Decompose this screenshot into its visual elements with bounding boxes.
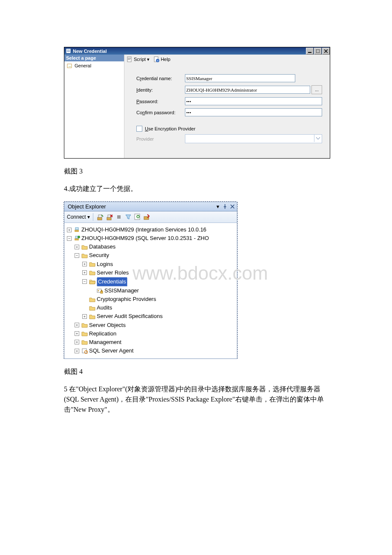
provider-label: Provider <box>136 136 185 142</box>
object-explorer-header[interactable]: Object Explorer ▾ <box>64 202 237 211</box>
tree-node[interactable]: Replication <box>89 330 116 338</box>
folder-icon <box>81 252 88 259</box>
object-explorer-toolbar: Connect ▾ <box>64 211 237 223</box>
script-icon <box>126 56 133 63</box>
connect-server-icon[interactable] <box>96 213 104 221</box>
folder-icon <box>81 339 88 345</box>
provider-select[interactable] <box>185 134 322 143</box>
object-explorer: Object Explorer ▾ Connect ▾ www.bdocx.co… <box>64 202 237 359</box>
close-button[interactable] <box>322 48 330 55</box>
close-panel-icon[interactable] <box>229 204 235 210</box>
expand-icon[interactable]: + <box>82 314 87 319</box>
folder-icon <box>81 330 88 337</box>
tree-node[interactable]: SQL Server Agent <box>89 347 133 355</box>
confirm-password-label: Confirm password: <box>136 110 185 115</box>
server-icon <box>73 227 80 233</box>
use-encryption-checkbox[interactable] <box>136 126 142 132</box>
help-label: Help <box>161 57 170 62</box>
svg-rect-4 <box>316 49 320 53</box>
page-icon <box>66 63 73 69</box>
chevron-down-icon <box>314 135 322 142</box>
help-button[interactable]: ? Help <box>153 56 170 63</box>
script-label: Script <box>134 57 146 62</box>
tree-node[interactable]: Server Roles <box>97 269 129 277</box>
pin-icon[interactable] <box>222 204 228 210</box>
svg-rect-22 <box>135 214 140 220</box>
help-icon: ? <box>153 56 160 63</box>
page-selector-header: Select a page <box>64 55 124 61</box>
disconnect-server-icon[interactable] <box>105 213 114 221</box>
tree-node[interactable]: Audits <box>97 304 112 312</box>
object-explorer-title: Object Explorer <box>68 203 106 210</box>
expand-icon[interactable]: + <box>75 349 79 353</box>
new-credential-dialog: New Credential Select a page General <box>64 47 330 159</box>
dialog-toolbar: Script ▾ ? Help <box>124 55 330 64</box>
collapse-icon[interactable]: − <box>75 253 79 258</box>
dropdown-icon[interactable]: ▾ <box>215 204 221 210</box>
svg-rect-31 <box>101 291 103 293</box>
expand-icon[interactable]: + <box>75 340 79 344</box>
svg-rect-7 <box>67 64 72 68</box>
password-label: Password: <box>136 99 185 104</box>
identity-browse-button[interactable]: ... <box>311 85 322 94</box>
identity-input[interactable] <box>185 86 310 94</box>
expand-icon[interactable]: + <box>75 245 79 249</box>
folder-icon <box>81 322 88 328</box>
tree-node[interactable]: Logins <box>97 260 113 269</box>
svg-rect-24 <box>75 230 79 232</box>
collapse-icon[interactable]: − <box>67 236 72 241</box>
tree-node[interactable]: Cryptographic Providers <box>97 295 156 304</box>
svg-point-30 <box>98 290 99 292</box>
expand-icon[interactable]: + <box>75 323 79 327</box>
expand-icon[interactable]: + <box>82 262 87 266</box>
tree-node[interactable]: Management <box>89 338 121 347</box>
script-dropdown-icon: ▾ <box>147 57 150 62</box>
stop-icon[interactable] <box>115 213 123 221</box>
use-encryption-label: Use Encryption Provider <box>145 126 196 131</box>
password-input[interactable] <box>185 97 322 105</box>
tree-node-credentials[interactable]: Credentials <box>97 277 127 286</box>
svg-rect-15 <box>98 217 102 220</box>
server-icon <box>73 235 80 242</box>
tree-node[interactable]: Security <box>89 251 109 260</box>
credential-icon <box>96 288 103 294</box>
page-selector-panel: Select a page General <box>64 55 124 158</box>
folder-open-icon <box>89 278 95 285</box>
svg-rect-25 <box>75 228 78 230</box>
svg-rect-21 <box>117 215 121 219</box>
connect-button[interactable]: Connect ▾ <box>67 214 90 220</box>
svg-point-28 <box>78 236 80 238</box>
svg-rect-1 <box>67 50 70 50</box>
svg-rect-3 <box>308 52 311 53</box>
refresh-icon[interactable] <box>133 213 142 221</box>
tree-node[interactable]: SSISManager <box>104 286 139 295</box>
filter-icon[interactable] <box>124 213 133 221</box>
caption-3: 截图 3 <box>64 167 330 176</box>
tree-node[interactable]: Databases <box>89 243 115 251</box>
identity-label: Identity: <box>136 87 185 92</box>
tree-node[interactable]: Server Audit Specifications <box>97 312 163 321</box>
page-general[interactable]: General <box>64 61 124 70</box>
script-button[interactable]: Script ▾ <box>126 56 150 63</box>
folder-icon <box>89 269 95 276</box>
svg-rect-26 <box>75 238 79 240</box>
tree: www.bdocx.com +ZHOUQI-HG0HM929 (Integrat… <box>64 223 237 358</box>
folder-icon <box>81 244 88 250</box>
titlebar[interactable]: New Credential <box>64 47 330 55</box>
registered-servers-icon[interactable] <box>143 213 151 221</box>
expand-icon[interactable]: + <box>82 270 87 275</box>
expand-icon[interactable]: + <box>67 228 72 232</box>
minimize-button[interactable] <box>306 48 314 55</box>
svg-rect-9 <box>127 57 131 62</box>
folder-icon <box>89 261 95 267</box>
tree-node[interactable]: Server Objects <box>89 321 126 330</box>
dialog-title: New Credential <box>73 49 107 54</box>
tree-node[interactable]: ZHOUQI-HG0HM929 (Integration Services 10… <box>81 225 206 234</box>
credential-name-input[interactable] <box>185 74 295 82</box>
confirm-password-input[interactable] <box>185 108 322 116</box>
tree-node[interactable]: ZHOUQI-HG0HM929 (SQL Server 10.0.2531 - … <box>81 234 209 243</box>
collapse-icon[interactable]: − <box>82 279 87 284</box>
maximize-button[interactable] <box>314 48 322 55</box>
expand-icon[interactable]: + <box>75 331 79 336</box>
dialog-icon <box>65 48 71 54</box>
